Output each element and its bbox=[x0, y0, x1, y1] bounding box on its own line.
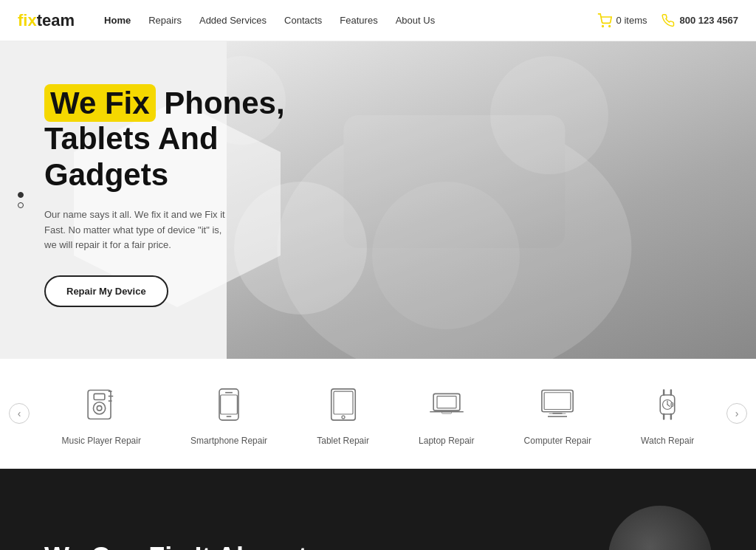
carousel-prev-button[interactable]: ‹ bbox=[9, 403, 30, 424]
svg-point-1 bbox=[608, 25, 610, 27]
navbar: fixteam Home Repairs Added Services Cont… bbox=[0, 0, 756, 41]
phone-button[interactable]: 800 123 4567 bbox=[662, 14, 738, 27]
svg-rect-21 bbox=[441, 412, 451, 413]
nav-item-features[interactable]: Features bbox=[340, 15, 377, 26]
nav-item-about[interactable]: About Us bbox=[396, 15, 435, 26]
tablet-svg bbox=[324, 385, 362, 424]
svg-rect-23 bbox=[544, 393, 571, 410]
service-item-smartphone[interactable]: Smartphone Repair bbox=[190, 381, 267, 446]
hero-dot-2[interactable] bbox=[18, 202, 24, 208]
carousel-next-button[interactable]: › bbox=[726, 403, 747, 424]
services-carousel: ‹ Music Player Repair bbox=[0, 359, 756, 469]
svg-rect-14 bbox=[221, 395, 238, 414]
prev-icon: ‹ bbox=[18, 408, 21, 419]
cart-button[interactable]: 0 items bbox=[597, 13, 647, 28]
cart-label: 0 items bbox=[616, 15, 647, 26]
phone-icon bbox=[662, 14, 675, 27]
deco-bg-circle bbox=[490, 56, 608, 174]
tablet-label: Tablet Repair bbox=[317, 436, 369, 446]
nav-right: 0 items 800 123 4567 bbox=[597, 13, 738, 28]
music-player-svg bbox=[82, 385, 120, 424]
nav-item-home[interactable]: Home bbox=[104, 15, 131, 26]
computer-svg bbox=[538, 385, 577, 424]
phone-number: 800 123 4567 bbox=[679, 15, 738, 26]
computer-label: Computer Repair bbox=[524, 436, 591, 446]
hero-section: We Fix Phones,Tablets AndGadgets Our nam… bbox=[0, 41, 756, 359]
service-item-music-player[interactable]: Music Player Repair bbox=[62, 381, 141, 446]
svg-point-5 bbox=[94, 402, 106, 414]
svg-rect-17 bbox=[334, 391, 353, 414]
nav-item-contacts[interactable]: Contacts bbox=[284, 15, 322, 26]
service-item-laptop[interactable]: Laptop Repair bbox=[419, 381, 474, 446]
nav-item-added-services[interactable]: Added Services bbox=[199, 15, 267, 26]
nav-item-repairs[interactable]: Repairs bbox=[148, 15, 182, 26]
svg-point-0 bbox=[602, 25, 603, 27]
nav-links: Home Repairs Added Services Contacts Fea… bbox=[104, 15, 597, 26]
computer-icon bbox=[534, 381, 581, 428]
laptop-svg bbox=[427, 385, 466, 424]
watch-icon bbox=[644, 381, 691, 428]
service-item-watch[interactable]: Watch Repair bbox=[641, 381, 694, 446]
smartphone-svg bbox=[210, 385, 248, 424]
brand-suffix: team bbox=[37, 11, 75, 30]
hero-content: We Fix Phones,Tablets AndGadgets Our nam… bbox=[0, 41, 378, 351]
brand-logo[interactable]: fixteam bbox=[18, 11, 75, 30]
hero-headline: We Fix Phones,Tablets AndGadgets bbox=[44, 86, 334, 193]
svg-line-34 bbox=[667, 405, 670, 406]
smartphone-icon bbox=[205, 381, 252, 428]
deco-bg-circle-2 bbox=[372, 182, 520, 329]
smartphone-label: Smartphone Repair bbox=[190, 436, 267, 446]
laptop-label: Laptop Repair bbox=[419, 436, 474, 446]
hero-subtext: Our name says it all. We fix it and we F… bbox=[44, 207, 236, 253]
svg-point-6 bbox=[97, 406, 103, 411]
svg-rect-20 bbox=[437, 396, 456, 408]
watch-label: Watch Repair bbox=[641, 436, 694, 446]
music-player-icon bbox=[78, 381, 125, 428]
hero-cta-button[interactable]: Repair My Device bbox=[44, 275, 168, 307]
laptop-icon bbox=[423, 381, 470, 428]
svg-rect-22 bbox=[542, 391, 573, 412]
services-list: Music Player Repair Smartphone Repair bbox=[0, 381, 756, 446]
headline-highlight: We Fix bbox=[44, 84, 156, 122]
service-item-tablet[interactable]: Tablet Repair bbox=[317, 381, 369, 446]
service-item-computer[interactable]: Computer Repair bbox=[524, 381, 591, 446]
next-icon: › bbox=[735, 408, 739, 419]
hero-dot-1[interactable] bbox=[18, 192, 24, 198]
dark-section: We Can Fix It Almost bbox=[0, 469, 756, 550]
dark-section-title: We Can Fix It Almost bbox=[44, 541, 307, 550]
brand-prefix: fix bbox=[18, 11, 37, 30]
dark-section-image-inner bbox=[608, 506, 712, 550]
svg-rect-7 bbox=[94, 393, 106, 399]
svg-rect-11 bbox=[219, 389, 238, 420]
music-player-label: Music Player Repair bbox=[62, 436, 141, 446]
dark-section-image bbox=[608, 506, 712, 550]
hero-dots bbox=[18, 192, 24, 208]
tablet-icon bbox=[320, 381, 367, 428]
cart-icon bbox=[597, 13, 612, 28]
svg-point-16 bbox=[342, 416, 345, 419]
watch-svg bbox=[648, 385, 687, 424]
